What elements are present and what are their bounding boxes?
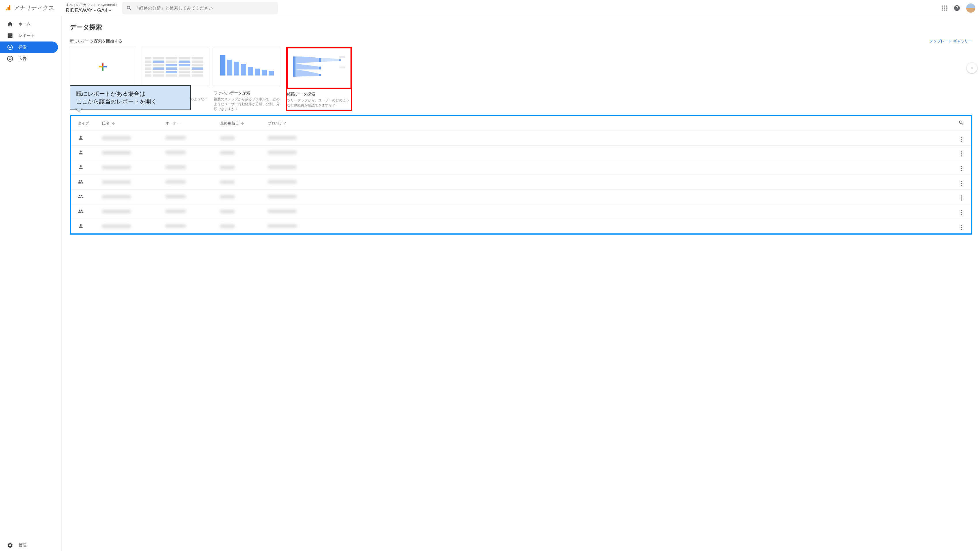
search-bar[interactable] — [122, 2, 278, 14]
cell-name — [102, 180, 165, 184]
cell-updated — [220, 195, 268, 198]
cell-type — [73, 194, 102, 200]
th-search[interactable] — [954, 120, 969, 127]
row-menu-button[interactable] — [954, 149, 969, 157]
card-path-title: 経路データ探索 — [287, 92, 351, 97]
template-gallery-link[interactable]: テンプレート ギャラリー — [929, 39, 972, 44]
cell-type — [73, 208, 102, 215]
table-body — [71, 130, 971, 233]
user-avatar[interactable] — [966, 3, 975, 13]
person-icon — [78, 164, 84, 170]
row-menu-button[interactable] — [954, 222, 969, 230]
table-row[interactable] — [71, 175, 971, 189]
callout-line2: ここから該当のレポートを開く — [76, 98, 185, 105]
gear-icon — [7, 542, 13, 548]
chevron-right-icon — [969, 65, 975, 71]
analytics-logo-icon — [5, 5, 11, 11]
row-menu-button[interactable] — [954, 134, 969, 142]
table-row[interactable] — [71, 219, 971, 233]
cell-updated — [220, 136, 268, 140]
search-input[interactable] — [135, 5, 274, 10]
card-path[interactable]: 経路データ探索 ツリーグラフから、ユーザーのどのような行動経路が確認できますか？ — [286, 47, 352, 111]
nav-label: レポート — [18, 33, 35, 38]
account-breadcrumb: すべてのアカウント > symmetric — [66, 3, 116, 8]
svg-rect-19 — [319, 58, 321, 62]
nav-list: ホームレポート探索広告 — [0, 19, 61, 65]
more-vert-icon — [961, 166, 962, 171]
nav-admin[interactable]: 管理 — [0, 540, 58, 551]
svg-rect-21 — [319, 74, 321, 76]
table-row[interactable] — [71, 160, 971, 175]
people-icon — [78, 179, 84, 185]
svg-point-11 — [946, 10, 947, 11]
th-updated[interactable]: 最終更新日 — [220, 121, 268, 126]
sankey-icon — [287, 51, 351, 85]
ads-icon — [7, 56, 13, 62]
th-name[interactable]: 氏名 — [102, 121, 165, 126]
help-icon[interactable] — [953, 5, 960, 11]
home-icon — [7, 21, 13, 27]
person-icon — [78, 149, 84, 155]
cell-type — [73, 135, 102, 141]
table-row[interactable] — [71, 204, 971, 219]
card-blank-preview — [70, 47, 136, 87]
row-menu-button[interactable] — [954, 193, 969, 200]
svg-point-9 — [942, 10, 943, 11]
svg-point-3 — [942, 5, 943, 6]
row-menu-button[interactable] — [954, 208, 969, 215]
nav-item-ads[interactable]: 広告 — [0, 53, 58, 65]
more-vert-icon — [961, 210, 962, 215]
nav-label: 広告 — [18, 56, 27, 61]
svg-point-4 — [944, 5, 945, 6]
th-property: プロパティ — [268, 121, 954, 126]
svg-point-10 — [944, 10, 945, 11]
account-selector[interactable]: すべてのアカウント > symmetric RIDEAWAY - GA4 — [66, 3, 116, 14]
table-row[interactable] — [71, 130, 971, 145]
explorations-table: タイプ 氏名 オーナー 最終更新日 プロパティ — [70, 115, 972, 235]
arrow-down-icon — [111, 121, 115, 125]
scroll-next-button[interactable] — [967, 63, 977, 73]
apps-icon[interactable] — [941, 5, 948, 11]
sidebar: ホームレポート探索広告 管理 — [0, 16, 62, 551]
th-name-text: 氏名 — [102, 121, 110, 126]
cell-owner — [165, 136, 220, 140]
more-vert-icon — [961, 181, 962, 186]
svg-point-8 — [946, 8, 947, 9]
card-funnel-preview — [214, 47, 280, 87]
table-row[interactable] — [71, 145, 971, 160]
cell-updated — [220, 224, 268, 228]
cell-updated — [220, 166, 268, 169]
more-vert-icon — [961, 151, 962, 157]
row-menu-button[interactable] — [954, 164, 969, 171]
nav-label: ホーム — [18, 22, 30, 27]
nav-item-explore[interactable]: 探索 — [0, 41, 58, 53]
svg-rect-24 — [339, 67, 345, 68]
card-funnel-desc: 複数のステップから成るファネルで、どのようなユーザー行動経路が分析、分割、分類で… — [214, 97, 280, 111]
reports-icon — [7, 33, 13, 39]
table-header: タイプ 氏名 オーナー 最終更新日 プロパティ — [71, 116, 971, 130]
account-name[interactable]: RIDEAWAY - GA4 — [66, 8, 116, 14]
cell-name — [102, 166, 165, 169]
cell-type — [73, 179, 102, 186]
cell-type — [73, 164, 102, 171]
search-icon — [958, 120, 964, 125]
nav-admin-label: 管理 — [18, 543, 27, 548]
search-icon — [126, 5, 132, 11]
cell-name — [102, 136, 165, 140]
card-path-preview — [287, 48, 351, 88]
cell-name — [102, 151, 165, 154]
person-icon — [78, 135, 84, 141]
table-row[interactable] — [71, 189, 971, 204]
cell-owner — [165, 180, 220, 184]
nav-item-reports[interactable]: レポート — [0, 30, 58, 41]
th-owner: オーナー — [165, 121, 220, 126]
svg-rect-16 — [99, 66, 103, 67]
sidebar-footer: 管理 — [0, 540, 61, 551]
people-icon — [78, 208, 84, 214]
card-funnel[interactable]: ファネルデータ探索 複数のステップから成るファネルで、どのようなユーザー行動経路… — [214, 47, 280, 111]
more-vert-icon — [961, 225, 962, 230]
row-menu-button[interactable] — [954, 178, 969, 186]
cell-owner — [165, 165, 220, 170]
nav-item-home[interactable]: ホーム — [0, 19, 58, 30]
cell-type — [73, 223, 102, 230]
